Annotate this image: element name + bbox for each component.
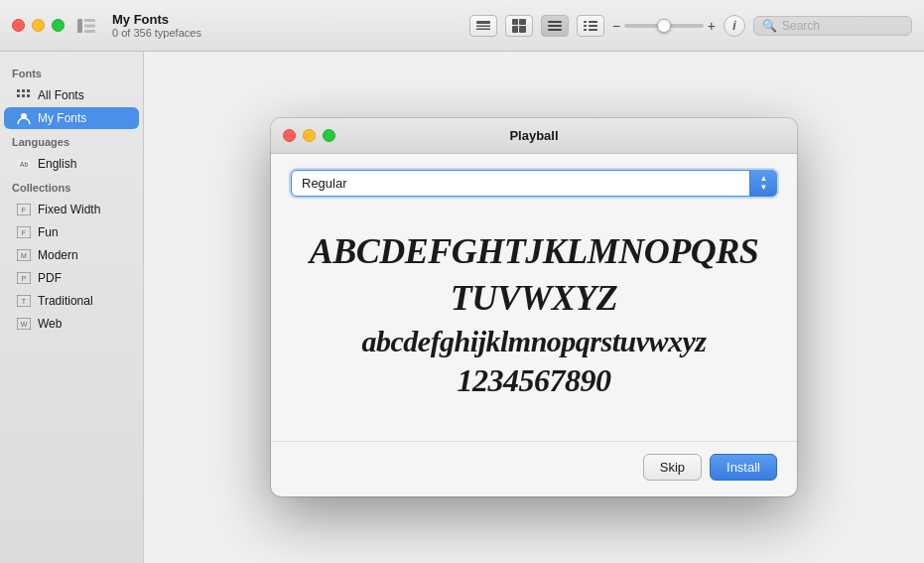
collections-section-label: Collections (0, 176, 143, 198)
font-detail-area: Playball ▲ ▼ (144, 52, 924, 563)
svg-rect-6 (476, 28, 490, 30)
modal-minimize-button[interactable] (303, 129, 316, 142)
preview-numbers: 1234567890 (310, 360, 759, 402)
sidebar-item-pdf[interactable]: P PDF (4, 267, 139, 289)
all-fonts-label: All Fonts (38, 88, 84, 102)
modern-label: Modern (38, 248, 78, 262)
fun-icon: F (16, 224, 32, 240)
details-view-button[interactable] (577, 15, 604, 37)
dropdown-arrow-button[interactable]: ▲ ▼ (749, 170, 777, 197)
traffic-lights (12, 19, 65, 32)
english-label: English (38, 157, 76, 171)
svg-rect-12 (584, 25, 587, 27)
svg-rect-8 (548, 25, 562, 27)
modal-title: Playball (509, 128, 558, 143)
size-slider[interactable] (624, 24, 704, 28)
grid-view-button[interactable] (505, 15, 533, 37)
sidebar-item-traditional[interactable]: T Traditional (4, 290, 139, 312)
modern-icon: M (16, 247, 32, 263)
sidebar-toggle-button[interactable] (76, 18, 96, 34)
pdf-label: PDF (38, 271, 62, 285)
svg-text:T: T (22, 298, 27, 305)
window-title: My Fonts (112, 12, 469, 27)
svg-rect-2 (84, 24, 95, 27)
sidebar-item-english[interactable]: Ab English (4, 153, 139, 175)
minimize-button[interactable] (32, 19, 45, 32)
svg-rect-10 (584, 21, 587, 23)
fonts-section-label: Fonts (0, 62, 143, 83)
languages-section-label: Languages (0, 130, 143, 152)
svg-text:Ab: Ab (20, 161, 29, 168)
svg-text:P: P (22, 275, 27, 282)
font-preview-text: ABCDEFGHTJKLMNOPQRS TUVWXYZ abcdefghijkl… (310, 228, 759, 401)
svg-rect-13 (589, 25, 597, 27)
skip-button[interactable]: Skip (643, 454, 702, 481)
sidebar-item-all-fonts[interactable]: All Fonts (4, 84, 139, 106)
toolbar-actions: − + i 🔍 (469, 15, 912, 37)
window-title-section: My Fonts 0 of 356 typefaces (112, 12, 469, 39)
font-preview-area: ABCDEFGHTJKLMNOPQRS TUVWXYZ abcdefghijkl… (291, 209, 777, 421)
svg-rect-4 (476, 21, 490, 24)
modal-body: ▲ ▼ ABCDEFGHTJKLMNOPQRS TUVWXYZ abcdefgh… (271, 154, 797, 441)
svg-text:W: W (21, 321, 28, 328)
svg-rect-9 (548, 29, 562, 31)
svg-text:F: F (22, 229, 26, 236)
traditional-label: Traditional (38, 294, 93, 308)
fixed-width-icon: F (16, 202, 32, 217)
modal-maximize-button[interactable] (323, 129, 335, 142)
web-label: Web (38, 317, 62, 331)
close-button[interactable] (12, 19, 25, 32)
svg-rect-21 (27, 94, 30, 97)
fun-label: Fun (38, 225, 59, 239)
svg-rect-14 (584, 29, 587, 31)
preview-mode-button[interactable] (469, 15, 497, 37)
sidebar-item-web[interactable]: W Web (4, 313, 139, 335)
fixed-width-label: Fixed Width (38, 203, 100, 216)
preview-uppercase-line1: ABCDEFGHTJKLMNOPQRS (310, 228, 759, 275)
main-content: Fonts All Fonts My Fonts Languages Ab En… (0, 52, 924, 563)
modal-overlay: Playball ▲ ▼ (144, 52, 924, 563)
install-button[interactable]: Install (710, 454, 777, 481)
svg-rect-15 (589, 29, 597, 31)
my-fonts-icon (16, 110, 32, 126)
svg-rect-1 (84, 19, 95, 22)
playball-modal: Playball ▲ ▼ (271, 118, 797, 496)
info-button[interactable]: i (724, 15, 745, 37)
search-input[interactable] (782, 19, 903, 33)
size-decrease-button[interactable]: − (612, 18, 620, 34)
svg-text:F: F (22, 207, 26, 213)
sidebar-item-modern[interactable]: M Modern (4, 244, 139, 266)
sidebar-item-fun[interactable]: F Fun (4, 221, 139, 243)
search-icon: 🔍 (762, 19, 777, 33)
svg-rect-0 (77, 19, 82, 33)
size-increase-button[interactable]: + (708, 18, 716, 34)
sidebar-item-fixed-width[interactable]: F Fixed Width (4, 199, 139, 220)
font-style-dropdown-row: ▲ ▼ (291, 170, 777, 197)
font-style-input[interactable] (291, 170, 777, 197)
svg-rect-17 (22, 89, 25, 92)
window-subtitle: 0 of 356 typefaces (112, 27, 469, 39)
my-fonts-label: My Fonts (38, 111, 86, 125)
font-style-dropdown-wrapper: ▲ ▼ (291, 170, 777, 197)
web-icon: W (16, 316, 32, 332)
svg-rect-20 (22, 94, 25, 97)
sidebar: Fonts All Fonts My Fonts Languages Ab En… (0, 52, 144, 563)
list-view-button[interactable] (541, 15, 569, 37)
svg-text:M: M (21, 252, 27, 259)
sidebar-item-my-fonts[interactable]: My Fonts (4, 107, 139, 129)
modal-titlebar: Playball (271, 118, 797, 154)
size-slider-group: − + (612, 18, 716, 34)
search-box: 🔍 (753, 16, 912, 36)
modal-footer: Skip Install (271, 441, 797, 496)
maximize-button[interactable] (52, 19, 65, 32)
svg-rect-16 (17, 89, 20, 92)
svg-rect-3 (84, 30, 95, 33)
english-icon: Ab (16, 156, 32, 172)
traditional-icon: T (16, 293, 32, 309)
svg-rect-7 (548, 21, 562, 23)
modal-close-button[interactable] (283, 129, 296, 142)
preview-uppercase-line2: TUVWXYZ (310, 275, 759, 322)
pdf-icon: P (16, 270, 32, 286)
preview-lowercase: abcdefghijklmnopqrstuvwxyz (310, 322, 759, 360)
modal-traffic-lights (283, 129, 335, 142)
